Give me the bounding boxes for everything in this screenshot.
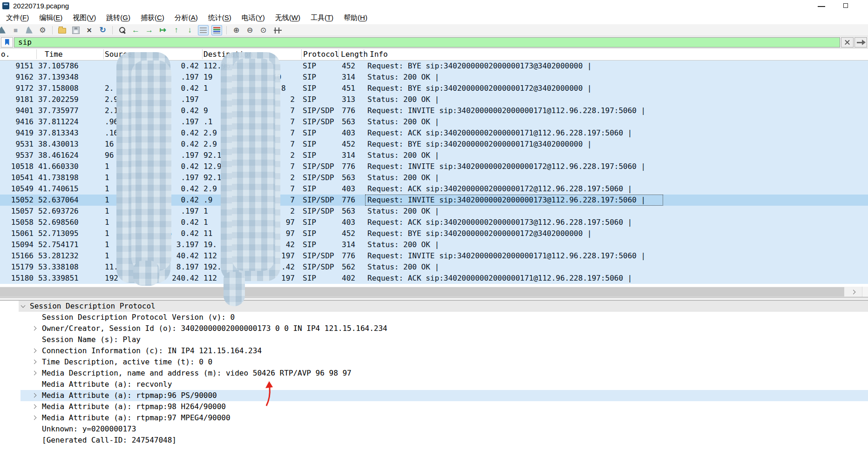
detail-row[interactable]: Time Description, active time (t): 0 0 bbox=[0, 356, 868, 368]
restore-button[interactable] bbox=[835, 0, 857, 11]
cell-time: 37.811224 bbox=[38, 116, 79, 128]
cell-info: Request: INVITE sip:34020000002000000171… bbox=[365, 250, 648, 262]
column-header-protocol[interactable]: Protocol bbox=[303, 49, 339, 60]
menu-item[interactable]: 工具(T) bbox=[305, 12, 339, 24]
cell-proto: SIP/SDP bbox=[303, 161, 334, 172]
chevron-right-icon[interactable] bbox=[32, 349, 37, 353]
cell-proto: SIP/SDP bbox=[303, 262, 334, 273]
filter-bookmark-button[interactable] bbox=[1, 37, 13, 47]
cell-time: 37.735977 bbox=[38, 105, 79, 116]
chevron-right-icon[interactable] bbox=[32, 326, 37, 331]
column-separator[interactable] bbox=[202, 49, 203, 59]
go-first-icon[interactable]: ↑ bbox=[171, 25, 182, 35]
detail-row[interactable]: Unknown: y=0200000173 bbox=[0, 424, 868, 435]
cell-no: 9401 bbox=[0, 105, 34, 116]
capture-start-icon[interactable] bbox=[0, 25, 7, 35]
detail-row[interactable]: Connection Information (c): IN IP4 121.1… bbox=[0, 345, 868, 356]
close-file-icon[interactable]: ✕ bbox=[84, 25, 95, 35]
go-forward-icon[interactable]: → bbox=[144, 25, 155, 35]
detail-text: Session Description Protocol Version (v)… bbox=[42, 312, 235, 323]
menu-item[interactable]: 分析(A) bbox=[170, 12, 203, 24]
menu-item[interactable]: 文件(F) bbox=[1, 12, 34, 24]
pane-splitter[interactable] bbox=[0, 297, 868, 301]
horizontal-scrollbar[interactable] bbox=[0, 287, 868, 297]
cell-proto: SIP/SDP bbox=[303, 250, 334, 262]
cell-time: 37.813343 bbox=[38, 128, 79, 139]
filter-apply-button[interactable] bbox=[854, 37, 867, 47]
capture-stop-icon: ■ bbox=[14, 27, 18, 34]
menu-item[interactable]: 无线(W) bbox=[270, 12, 305, 24]
filter-clear-button[interactable] bbox=[841, 37, 854, 47]
detail-row[interactable]: Media Attribute (a): rtpmap:97 MPEG4/900… bbox=[0, 412, 868, 424]
detail-text: Media Attribute (a): rtpmap:97 MPEG4/900… bbox=[42, 412, 231, 424]
cell-time: 37.139348 bbox=[38, 72, 79, 83]
detail-row[interactable]: Media Description, name and address (m):… bbox=[0, 368, 868, 379]
find-packet-icon[interactable] bbox=[117, 25, 128, 35]
zoom-out-icon[interactable]: ⊖ bbox=[244, 25, 255, 35]
capture-stop-icon[interactable]: ■ bbox=[10, 25, 21, 35]
zoom-out-icon: ⊖ bbox=[247, 27, 253, 34]
capture-options-icon[interactable]: ⚙ bbox=[37, 25, 48, 35]
menu-item[interactable]: 捕获(C) bbox=[136, 12, 170, 24]
detail-row[interactable]: Media Attribute (a): recvonly bbox=[0, 379, 868, 390]
cell-time: 52.637064 bbox=[38, 195, 79, 206]
cell-len: 402 bbox=[342, 273, 355, 284]
column-separator[interactable] bbox=[364, 49, 364, 59]
detail-row[interactable]: Media Attribute (a): rtpmap:98 H264/9000… bbox=[0, 401, 868, 412]
scrollbar-thumb[interactable] bbox=[0, 287, 844, 296]
chevron-right-icon[interactable] bbox=[32, 393, 37, 398]
column-separator[interactable] bbox=[339, 49, 339, 59]
column-header-no[interactable]: o. bbox=[1, 49, 10, 60]
column-header-time[interactable]: Time bbox=[45, 49, 63, 60]
zoom-in-icon[interactable]: ⊕ bbox=[231, 25, 242, 35]
auto-scroll-icon[interactable] bbox=[198, 25, 209, 35]
display-filter-input[interactable]: sip bbox=[14, 37, 840, 47]
menu-item[interactable]: 统计(S) bbox=[203, 12, 237, 24]
cell-len: 776 bbox=[342, 161, 355, 172]
column-header-info[interactable]: Info bbox=[370, 49, 388, 60]
detail-row[interactable]: [Generated Call-ID: 247547048] bbox=[0, 435, 868, 446]
cell-proto: SIP bbox=[303, 128, 316, 139]
scroll-right-button[interactable] bbox=[844, 287, 862, 297]
go-to-packet-icon[interactable]: ↦ bbox=[157, 25, 168, 35]
detail-row[interactable]: Session Name (s): Play bbox=[0, 334, 868, 345]
reload-file-icon[interactable]: ↻ bbox=[97, 25, 108, 35]
cell-time: 41.660330 bbox=[38, 161, 79, 172]
menu-item[interactable]: 电话(Y) bbox=[237, 12, 270, 24]
cell-no: 10549 bbox=[0, 183, 34, 195]
menu-item[interactable]: 帮助(H) bbox=[339, 12, 373, 24]
zoom-reset-icon[interactable]: ⊙ bbox=[258, 25, 269, 35]
detail-row[interactable]: Session Description Protocol Version (v)… bbox=[0, 312, 868, 323]
save-file-icon bbox=[72, 27, 80, 34]
chevron-down-icon[interactable] bbox=[21, 303, 26, 308]
detail-row[interactable]: Session Description Protocol bbox=[0, 301, 868, 312]
cell-len: 563 bbox=[342, 172, 355, 183]
cell-info: Status: 200 OK | bbox=[365, 239, 441, 250]
go-last-icon[interactable]: ↓ bbox=[184, 25, 195, 35]
minimize-button[interactable] bbox=[810, 0, 832, 11]
column-separator[interactable] bbox=[36, 49, 37, 59]
chevron-right-icon[interactable] bbox=[32, 404, 37, 409]
column-separator[interactable] bbox=[103, 49, 104, 59]
detail-row[interactable]: Owner/Creator, Session Id (o): 340200000… bbox=[0, 323, 868, 334]
detail-row[interactable]: Media Attribute (a): rtpmap:96 PS/90000 bbox=[0, 390, 868, 401]
save-file-icon[interactable] bbox=[70, 25, 81, 35]
colorize-icon[interactable] bbox=[211, 25, 222, 35]
app-icon bbox=[2, 2, 9, 9]
menu-item[interactable]: 视图(V) bbox=[68, 12, 101, 24]
resize-columns-icon[interactable] bbox=[271, 25, 282, 35]
chevron-right-icon[interactable] bbox=[32, 360, 37, 364]
go-back-icon[interactable]: ← bbox=[130, 25, 141, 35]
menu-item[interactable]: 跳转(G) bbox=[101, 12, 136, 24]
column-separator[interactable] bbox=[301, 49, 302, 59]
zoom-reset-icon: ⊙ bbox=[260, 27, 266, 34]
chevron-right-icon[interactable] bbox=[32, 416, 37, 420]
detail-text: Session Name (s): Play bbox=[42, 334, 141, 345]
open-file-icon[interactable] bbox=[57, 25, 68, 35]
cell-no: 15061 bbox=[0, 228, 34, 239]
capture-restart-icon[interactable] bbox=[24, 25, 34, 35]
detail-text: [Generated Call-ID: 247547048] bbox=[42, 435, 176, 446]
cell-len: 776 bbox=[342, 195, 355, 206]
chevron-right-icon[interactable] bbox=[32, 371, 37, 376]
menu-item[interactable]: 编辑(E) bbox=[34, 12, 68, 24]
